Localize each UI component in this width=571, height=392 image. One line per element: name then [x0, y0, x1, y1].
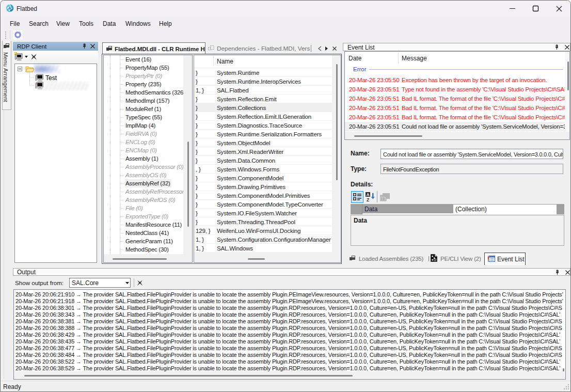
svg-text:Z: Z: [367, 197, 369, 202]
svg-text:A: A: [366, 192, 369, 197]
